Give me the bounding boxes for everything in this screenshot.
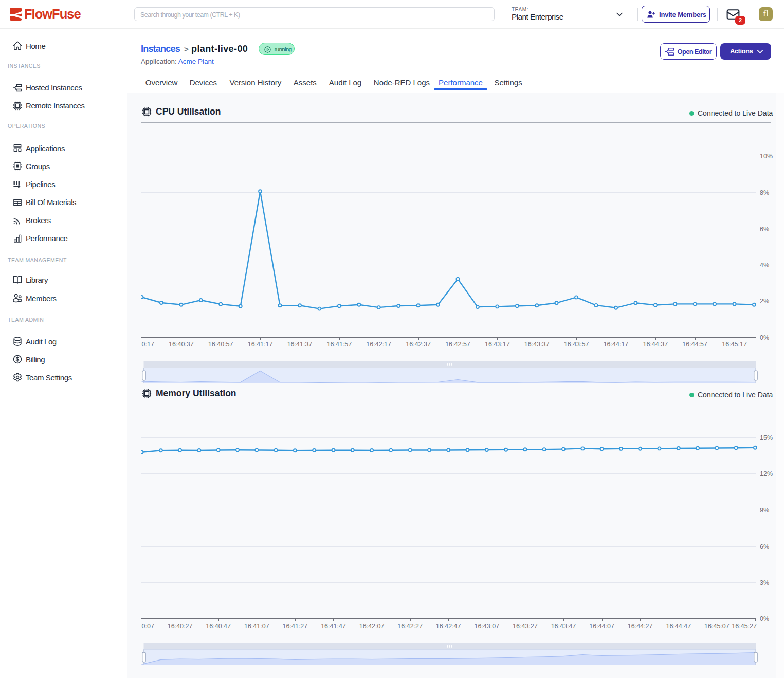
svg-text:16:42:17: 16:42:17 xyxy=(366,341,391,348)
svg-text:16:41:27: 16:41:27 xyxy=(283,622,308,630)
svg-text:6%: 6% xyxy=(760,543,769,551)
svg-text:15%: 15% xyxy=(760,434,773,442)
svg-text:16:44:47: 16:44:47 xyxy=(666,622,691,630)
svg-text:12%: 12% xyxy=(760,470,773,478)
svg-text:0%: 0% xyxy=(760,334,769,341)
svg-text:16:40:57: 16:40:57 xyxy=(208,341,233,348)
svg-text:16:40:27: 16:40:27 xyxy=(168,622,193,630)
svg-text:16:41:07: 16:41:07 xyxy=(244,622,269,630)
svg-text:16:43:17: 16:43:17 xyxy=(485,341,510,348)
svg-text:0%: 0% xyxy=(760,615,769,622)
svg-text:16:43:27: 16:43:27 xyxy=(513,622,538,630)
svg-text:16:40:37: 16:40:37 xyxy=(169,341,194,348)
svg-text:16:44:17: 16:44:17 xyxy=(604,341,629,348)
svg-text:16:43:07: 16:43:07 xyxy=(474,622,499,630)
svg-text:6%: 6% xyxy=(760,226,769,233)
svg-text:2%: 2% xyxy=(760,298,769,305)
svg-text:16:42:47: 16:42:47 xyxy=(436,622,461,630)
svg-text:3%: 3% xyxy=(760,579,769,587)
svg-text:16:45:17: 16:45:17 xyxy=(722,341,747,348)
svg-text:16:41:17: 16:41:17 xyxy=(248,341,273,348)
svg-text:16:40:47: 16:40:47 xyxy=(206,622,231,630)
svg-text:0:17: 0:17 xyxy=(142,341,154,348)
svg-text:16:45:27: 16:45:27 xyxy=(732,622,757,630)
svg-text:16:43:57: 16:43:57 xyxy=(564,341,589,348)
svg-text:16:44:07: 16:44:07 xyxy=(589,622,614,630)
svg-text:16:41:47: 16:41:47 xyxy=(321,622,346,630)
svg-text:16:43:47: 16:43:47 xyxy=(551,622,576,630)
svg-text:16:42:27: 16:42:27 xyxy=(397,622,423,630)
svg-text:16:44:57: 16:44:57 xyxy=(682,341,707,348)
svg-text:9%: 9% xyxy=(760,507,769,514)
svg-text:0:07: 0:07 xyxy=(142,622,154,630)
svg-text:16:43:37: 16:43:37 xyxy=(524,341,550,348)
svg-text:16:44:37: 16:44:37 xyxy=(643,341,668,348)
svg-text:16:41:57: 16:41:57 xyxy=(327,341,352,348)
svg-text:16:42:57: 16:42:57 xyxy=(445,341,470,348)
svg-text:16:45:07: 16:45:07 xyxy=(704,622,730,630)
svg-text:16:44:27: 16:44:27 xyxy=(628,622,653,630)
svg-text:8%: 8% xyxy=(760,189,769,196)
svg-text:16:41:37: 16:41:37 xyxy=(287,341,313,348)
svg-text:16:42:07: 16:42:07 xyxy=(359,622,385,630)
svg-text:10%: 10% xyxy=(760,153,773,160)
svg-text:4%: 4% xyxy=(760,262,769,269)
svg-text:16:42:37: 16:42:37 xyxy=(406,341,431,348)
